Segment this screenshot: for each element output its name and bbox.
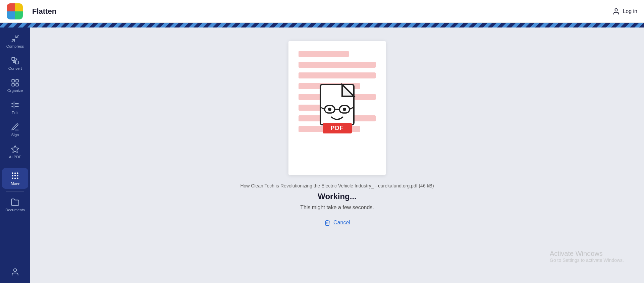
organize-label: Organize <box>7 89 23 93</box>
compress-label: Compress <box>6 44 24 48</box>
pdf-badge: PDF <box>323 123 352 133</box>
svg-rect-8 <box>12 83 14 86</box>
file-icon-wrapper: PDF <box>319 83 356 133</box>
sidebar-item-sign[interactable]: Sign <box>2 119 28 140</box>
compress-icon <box>11 34 19 43</box>
organize-icon <box>11 78 19 87</box>
account-icon <box>11 268 19 276</box>
svg-rect-6 <box>12 79 14 82</box>
more-label: More <box>11 181 19 185</box>
sign-icon <box>11 123 19 131</box>
svg-point-27 <box>14 269 17 272</box>
app-logo[interactable] <box>7 3 23 19</box>
login-button[interactable]: Log in <box>612 8 637 15</box>
svg-line-5 <box>13 59 17 63</box>
bg-line-2 <box>299 62 376 68</box>
sidebar-item-aipdf[interactable]: AI PDF <box>2 142 28 162</box>
sidebar: Compress Convert Organize <box>0 27 30 283</box>
documents-icon <box>11 198 19 207</box>
sidebar-item-account[interactable] <box>2 264 28 280</box>
content-area: PDF How Clean Tech is Revolutionizing th… <box>30 27 644 283</box>
documents-label: Documents <box>5 208 25 212</box>
convert-icon <box>11 56 19 65</box>
working-title: Working... <box>318 192 357 201</box>
user-icon <box>612 8 620 15</box>
more-icon <box>11 171 19 180</box>
pdf-preview-card: PDF <box>288 41 386 175</box>
svg-marker-17 <box>11 146 19 153</box>
file-name: How Clean Tech is Revolutionizing the El… <box>240 183 434 188</box>
page-title: Flatten <box>32 7 56 16</box>
stripe-bar <box>0 23 644 27</box>
svg-point-26 <box>17 177 18 179</box>
bg-line-3 <box>299 72 376 78</box>
cancel-label: Cancel <box>333 220 350 226</box>
svg-rect-3 <box>12 57 15 60</box>
main-area: Compress Convert Organize <box>0 27 644 283</box>
sign-label: Sign <box>11 133 19 137</box>
edit-label: Edit <box>12 111 18 115</box>
sidebar-item-edit[interactable]: Edit <box>2 97 28 118</box>
svg-point-23 <box>17 175 18 176</box>
sidebar-divider <box>6 165 24 165</box>
svg-line-2 <box>16 35 18 38</box>
svg-point-18 <box>12 172 13 174</box>
svg-point-35 <box>328 108 331 111</box>
svg-point-24 <box>12 177 13 179</box>
svg-rect-4 <box>15 61 18 64</box>
cancel-button[interactable]: Cancel <box>324 219 350 226</box>
edit-icon <box>11 101 19 109</box>
sidebar-item-documents[interactable]: Documents <box>2 194 28 215</box>
sidebar-item-compress[interactable]: Compress <box>2 31 28 52</box>
svg-point-36 <box>343 108 346 111</box>
svg-line-1 <box>12 39 14 42</box>
sidebar-item-convert[interactable]: Convert <box>2 53 28 74</box>
svg-rect-7 <box>16 79 18 82</box>
topbar: Flatten Log in <box>0 0 644 23</box>
ai-icon <box>11 145 19 154</box>
sidebar-divider-2 <box>6 191 24 192</box>
login-label: Log in <box>623 8 637 14</box>
trash-icon <box>324 219 331 226</box>
convert-label: Convert <box>8 66 22 70</box>
svg-rect-9 <box>16 83 18 86</box>
svg-point-22 <box>14 175 16 176</box>
svg-point-25 <box>14 177 16 179</box>
svg-point-20 <box>17 172 18 174</box>
svg-point-0 <box>615 8 618 11</box>
file-icon-svg <box>319 83 356 126</box>
sidebar-item-organize[interactable]: Organize <box>2 75 28 96</box>
working-section: How Clean Tech is Revolutionizing the El… <box>37 183 637 226</box>
sidebar-item-more[interactable]: More <box>2 168 28 189</box>
svg-point-19 <box>14 172 16 174</box>
bg-line-1 <box>299 51 349 57</box>
aipdf-label: AI PDF <box>9 155 21 159</box>
svg-point-21 <box>12 175 13 176</box>
working-subtitle: This might take a few seconds. <box>300 205 374 211</box>
